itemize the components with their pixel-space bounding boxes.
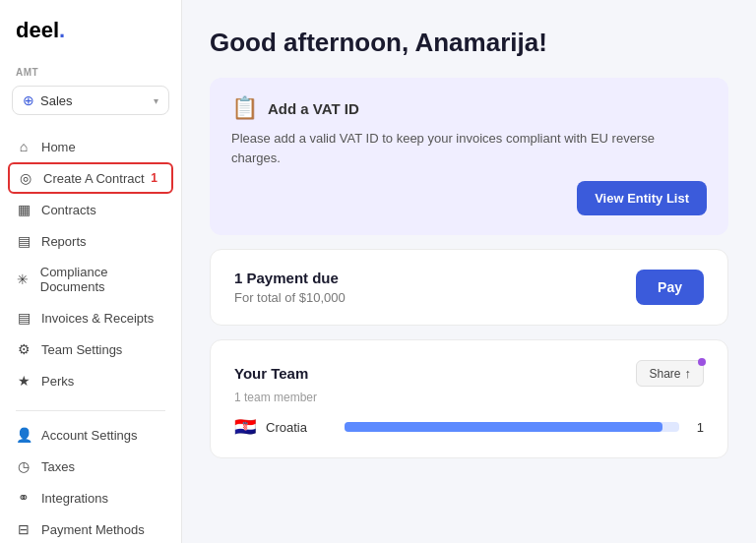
team-card: Your Team Share ↑ 1 team member 🇭🇷 Croat… [210, 339, 728, 458]
sidebar-item-label: Compliance Documents [40, 265, 165, 294]
sidebar-item-label: Perks [41, 374, 74, 389]
view-entity-list-button[interactable]: View Entity List [577, 181, 707, 215]
sidebar-item-label: Team Settings [41, 342, 122, 357]
account-settings-icon: 👤 [16, 427, 32, 443]
vat-description: Please add a valid VAT ID to keep your i… [231, 129, 707, 167]
country-name: Croatia [266, 420, 335, 435]
nav-badge: 1 [151, 171, 158, 185]
vat-card: 📋 Add a VAT ID Please add a valid VAT ID… [210, 78, 728, 235]
perks-icon: ★ [16, 373, 32, 389]
org-label: Sales [40, 93, 73, 108]
sidebar-item-home[interactable]: ⌂ Home [0, 131, 181, 162]
sidebar-item-label: Contracts [41, 203, 96, 217]
sidebar-item-label: Integrations [41, 491, 108, 506]
share-icon: ↑ [685, 366, 692, 381]
sidebar-item-taxes[interactable]: ◷ Taxes [0, 451, 181, 482]
sidebar-item-integrations[interactable]: ⚭ Integrations [0, 482, 181, 513]
compliance-icon: ✳ [16, 272, 31, 287]
team-subtitle: 1 team member [234, 391, 704, 404]
payment-subtitle: For total of $10,000 [234, 290, 346, 305]
org-icon: ⊕ [23, 92, 34, 108]
sidebar-item-perks[interactable]: ★ Perks [0, 365, 181, 396]
share-button[interactable]: Share ↑ [636, 360, 704, 387]
contracts-icon: ▦ [16, 202, 32, 217]
invoices-icon: ▤ [16, 310, 32, 326]
logo-text: deel [16, 18, 59, 42]
sidebar-item-label: Payment Methods [41, 522, 145, 537]
sidebar-item-label: Account Settings [41, 428, 138, 443]
sidebar-item-reports[interactable]: ▤ Reports [0, 225, 181, 257]
sidebar-item-payment-methods[interactable]: ⊟ Payment Methods [0, 513, 181, 543]
sidebar-item-label: Taxes [41, 459, 75, 474]
sidebar-item-label: Create A Contract [43, 171, 145, 186]
sidebar-item-account-settings[interactable]: 👤 Account Settings [0, 419, 181, 451]
team-member-count: 1 [697, 420, 704, 435]
integrations-icon: ⚭ [16, 490, 32, 506]
progress-bar [345, 422, 679, 432]
sidebar-item-contracts[interactable]: ▦ Contracts [0, 194, 181, 225]
share-label: Share [649, 367, 680, 381]
logo: deel. [0, 0, 181, 57]
main-nav: ⌂ Home ◎ Create A Contract 1 ▦ Contracts… [0, 125, 181, 402]
vat-icon: 📋 [231, 95, 258, 121]
sidebar-item-create-contract[interactable]: ◎ Create A Contract 1 [8, 162, 173, 194]
sidebar-item-label: Invoices & Receipts [41, 311, 154, 326]
payment-title: 1 Payment due [234, 270, 346, 286]
sidebar-bottom: 👤 Account Settings ◷ Taxes ⚭ Integration… [0, 402, 181, 543]
sidebar-item-label: Reports [41, 234, 87, 249]
payment-methods-icon: ⊟ [16, 521, 32, 537]
notification-dot [698, 358, 706, 366]
pay-button[interactable]: Pay [636, 270, 704, 305]
greeting: Good afternoon, Anamarija! [210, 28, 728, 58]
payment-card: 1 Payment due For total of $10,000 Pay [210, 249, 728, 326]
croatia-flag: 🇭🇷 [234, 416, 256, 438]
vat-title: Add a VAT ID [268, 100, 359, 117]
main-content: Good afternoon, Anamarija! 📋 Add a VAT I… [182, 0, 756, 543]
progress-bar-fill [345, 422, 662, 432]
taxes-icon: ◷ [16, 458, 32, 474]
chevron-down-icon: ▾ [154, 95, 158, 106]
payment-info: 1 Payment due For total of $10,000 [234, 270, 346, 305]
sidebar-item-label: Home [41, 140, 76, 154]
team-title: Your Team [234, 365, 308, 382]
sidebar: deel. AMT ⊕ Sales ▾ ⌂ Home ◎ Create A Co… [0, 0, 182, 543]
create-contract-icon: ◎ [18, 170, 33, 186]
sidebar-item-compliance[interactable]: ✳ Compliance Documents [0, 257, 181, 302]
sidebar-item-team-settings[interactable]: ⚙ Team Settings [0, 333, 181, 365]
home-icon: ⌂ [16, 139, 32, 154]
org-selector[interactable]: ⊕ Sales ▾ [12, 86, 169, 115]
logo-dot: . [59, 18, 65, 42]
sidebar-item-invoices[interactable]: ▤ Invoices & Receipts [0, 302, 181, 333]
team-settings-icon: ⚙ [16, 341, 32, 357]
reports-icon: ▤ [16, 233, 32, 249]
section-label: AMT [0, 57, 181, 82]
team-row: 🇭🇷 Croatia 1 [234, 416, 704, 438]
nav-divider [16, 410, 165, 411]
